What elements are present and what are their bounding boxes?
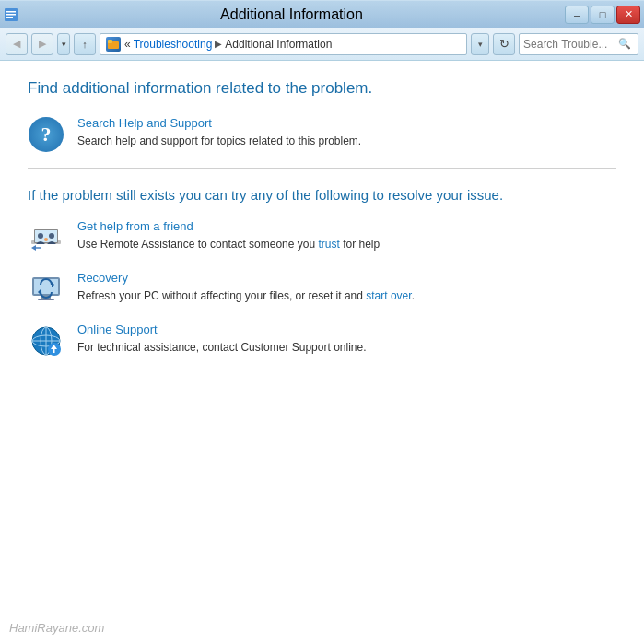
svg-rect-5 (108, 40, 112, 43)
forward-button[interactable]: ▶ (31, 33, 53, 55)
close-button[interactable]: ✕ (616, 6, 640, 24)
section-divider (28, 168, 616, 169)
friend-help-text: Get help from a friend Use Remote Assist… (77, 219, 616, 252)
breadcrumb-arrow: ▶ (215, 39, 222, 49)
svg-point-9 (38, 233, 43, 239)
svg-rect-26 (53, 349, 55, 353)
online-support-link[interactable]: Online Support (77, 322, 616, 336)
question-mark-icon: ? (28, 116, 64, 153)
address-bar: ◀ ▶ ▾ ↑ « Troubleshooting ▶ Additional I… (0, 28, 644, 61)
recovery-desc: Refresh your PC without affecting your f… (77, 289, 415, 302)
title-bar-title: Additional Information (220, 6, 363, 22)
globe-icon (28, 322, 64, 359)
trust-link[interactable]: trust (318, 238, 339, 251)
window-icon (4, 7, 18, 22)
search-help-desc: Search help and support for topics relat… (77, 135, 361, 147)
section2-title: If the problem still exists you can try … (28, 187, 616, 203)
friend-help-link[interactable]: Get help from a friend (77, 219, 616, 233)
title-bar: Additional Information – □ ✕ (0, 0, 644, 28)
recovery-text: Recovery Refresh your PC without affecti… (77, 271, 616, 304)
back-button[interactable]: ◀ (6, 33, 28, 55)
friend-help-desc: Use Remote Assistance to contact someone… (77, 238, 380, 251)
breadcrumb-troubleshooting[interactable]: Troubleshooting (134, 38, 213, 51)
svg-rect-2 (6, 14, 16, 16)
main-content: Find additional information related to t… (0, 61, 644, 644)
title-bar-center: Additional Information (18, 6, 565, 23)
search-help-link[interactable]: Search Help and Support (77, 116, 616, 130)
watermark: HamiRayane.com (9, 621, 104, 635)
svg-rect-3 (6, 17, 13, 18)
friend-help-item: Get help from a friend Use Remote Assist… (28, 219, 616, 256)
nav-dropdown[interactable]: ▾ (57, 33, 70, 55)
start-over-link[interactable]: start over (366, 289, 411, 302)
svg-point-11 (44, 238, 48, 241)
breadcrumb-current: Additional Information (225, 38, 332, 51)
title-bar-left (4, 7, 18, 22)
up-button[interactable]: ↑ (74, 33, 96, 55)
title-bar-controls: – □ ✕ (565, 6, 640, 24)
svg-rect-14 (34, 279, 58, 294)
maximize-button[interactable]: □ (591, 6, 615, 24)
svg-point-10 (49, 233, 54, 239)
search-box[interactable]: 🔍 (519, 33, 638, 55)
search-icon: 🔍 (618, 38, 631, 50)
breadcrumb: « Troubleshooting ▶ Additional Informati… (124, 38, 332, 51)
recovery-link[interactable]: Recovery (77, 271, 616, 285)
minimize-button[interactable]: – (565, 6, 589, 24)
friend-icon (28, 219, 64, 256)
refresh-button[interactable]: ↻ (493, 33, 515, 55)
breadcrumb-folder-icon (106, 37, 121, 52)
search-help-item: ? Search Help and Support Search help an… (28, 116, 616, 153)
search-help-text: Search Help and Support Search help and … (77, 116, 616, 149)
online-support-text: Online Support For technical assistance,… (77, 322, 616, 356)
breadcrumb-separator: « (124, 38, 131, 51)
address-input-field[interactable]: « Troubleshooting ▶ Additional Informati… (100, 33, 467, 55)
page-title: Find additional information related to t… (28, 79, 616, 98)
svg-rect-16 (38, 299, 54, 300)
search-input[interactable] (523, 38, 615, 51)
address-dropdown[interactable]: ▾ (471, 33, 489, 55)
recovery-item: Recovery Refresh your PC without affecti… (28, 271, 616, 308)
svg-rect-1 (6, 11, 16, 13)
online-support-item: Online Support For technical assistance,… (28, 322, 616, 359)
recovery-icon (28, 271, 64, 308)
online-support-desc: For technical assistance, contact Custom… (77, 341, 367, 354)
